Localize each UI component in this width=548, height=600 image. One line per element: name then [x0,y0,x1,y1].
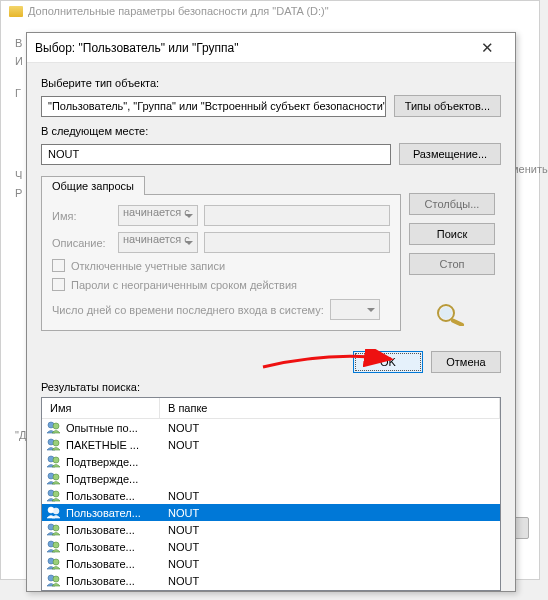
location-label: В следующем месте: [41,125,501,137]
tab-common-queries[interactable]: Общие запросы [41,176,145,195]
name-field-label: Имя: [52,210,112,222]
users-group-icon [46,522,62,538]
folder-icon [9,6,23,17]
disabled-accounts-row[interactable]: Отключенные учетные записи [52,259,390,272]
name-input[interactable] [204,205,390,226]
object-type-field: "Пользователь", "Группа" или "Встроенный… [41,96,386,117]
table-row[interactable]: Пользовате... NOUT [42,538,500,555]
svg-point-18 [53,542,59,548]
close-icon[interactable]: ✕ [467,34,507,62]
column-header-name[interactable]: Имя [42,398,160,418]
svg-point-22 [53,576,59,582]
cancel-button[interactable]: Отмена [431,351,501,373]
grid-header: Имя В папке [42,398,500,419]
ok-button[interactable]: OK [353,351,423,373]
object-type-label: Выберите тип объекта: [41,77,501,89]
locations-button[interactable]: Размещение... [399,143,501,165]
cell-name: Подтвержде... [66,473,164,485]
cell-name: Пользовате... [66,558,164,570]
tab-body: Имя: начинается с Описание: начинается с… [41,194,401,331]
users-group-icon [46,573,62,589]
table-row[interactable]: Пользовате... NOUT [42,572,500,589]
table-row[interactable]: Пользовате... NOUT [42,521,500,538]
cell-folder: NOUT [168,439,500,451]
name-match-combo[interactable]: начинается с [118,205,198,226]
parent-window-title: Дополнительные параметры безопасности дл… [28,5,329,17]
object-types-button[interactable]: Типы объектов... [394,95,501,117]
table-row[interactable]: Подтвержде... [42,453,500,470]
location-field: NOUT [41,144,391,165]
table-row[interactable]: Пользовате... NOUT [42,555,500,572]
dialog-title: Выбор: "Пользователь" или "Группа" [35,41,467,55]
cell-name: Пользовате... [66,575,164,587]
table-row[interactable]: Подтвержде... [42,470,500,487]
users-group-icon [46,437,62,453]
cell-folder: NOUT [168,558,500,570]
users-group-icon [46,556,62,572]
cell-name: Подтвержде... [66,456,164,468]
stop-button[interactable]: Стоп [409,253,495,275]
table-row[interactable]: Пользовате... NOUT [42,487,500,504]
days-combo[interactable] [330,299,380,320]
results-label: Результаты поиска: [41,381,501,393]
dialog-titlebar[interactable]: Выбор: "Пользователь" или "Группа" ✕ [27,33,515,63]
cell-folder: NOUT [168,575,500,587]
svg-point-1 [440,307,452,319]
svg-point-14 [53,508,59,514]
users-group-icon [46,539,62,555]
cell-folder: NOUT [168,490,500,502]
users-group-icon [46,488,62,504]
description-match-combo[interactable]: начинается с [118,232,198,253]
svg-point-6 [53,440,59,446]
table-row[interactable]: Пользовател... NOUT [42,504,500,521]
cell-name: Пользовател... [66,507,164,519]
checkbox-icon [52,278,65,291]
columns-button[interactable]: Столбцы... [409,193,495,215]
svg-point-10 [53,474,59,480]
users-group-icon [46,454,62,470]
column-header-folder[interactable]: В папке [160,398,500,418]
non-expiring-label: Пароли с неограниченным сроком действия [71,279,297,291]
magnifier-icon [409,302,495,326]
days-since-label: Число дней со времени последнего входа в… [52,304,324,316]
checkbox-icon [52,259,65,272]
cell-folder: NOUT [168,507,500,519]
cell-folder: NOUT [168,524,500,536]
cell-name: ПАКЕТНЫЕ ... [66,439,164,451]
cell-name: Пользовате... [66,524,164,536]
users-group-icon [46,505,62,521]
non-expiring-row[interactable]: Пароли с неограниченным сроком действия [52,278,390,291]
svg-rect-2 [450,318,464,326]
cell-name: Пользовате... [66,541,164,553]
description-input[interactable] [204,232,390,253]
users-group-icon [46,420,62,436]
cell-name: Опытные по... [66,422,164,434]
cell-name: Пользовате... [66,490,164,502]
results-grid: Имя В папке Опытные по... NOUT ПАКЕТНЫЕ … [41,397,501,591]
find-now-button[interactable]: Поиск [409,223,495,245]
svg-point-12 [53,491,59,497]
description-field-label: Описание: [52,237,112,249]
svg-point-8 [53,457,59,463]
select-user-or-group-dialog: Выбор: "Пользователь" или "Группа" ✕ Выб… [26,32,516,592]
svg-point-4 [53,423,59,429]
table-row[interactable]: ПАКЕТНЫЕ ... NOUT [42,436,500,453]
svg-point-20 [53,559,59,565]
users-group-icon [46,471,62,487]
parent-titlebar: Дополнительные параметры безопасности дл… [1,1,539,21]
cell-folder: NOUT [168,541,500,553]
disabled-accounts-label: Отключенные учетные записи [71,260,225,272]
table-row[interactable]: Опытные по... NOUT [42,419,500,436]
cell-folder: NOUT [168,422,500,434]
svg-point-16 [53,525,59,531]
